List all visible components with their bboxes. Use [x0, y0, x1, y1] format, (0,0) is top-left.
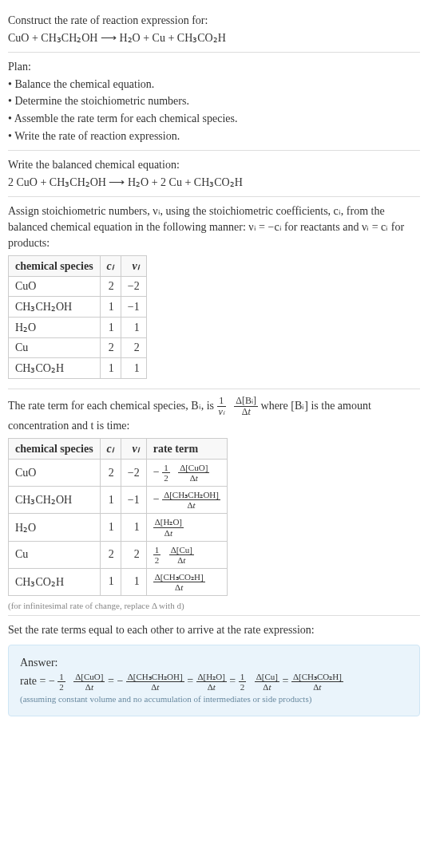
rt-col-v-label: νᵢ	[133, 443, 140, 455]
neg-sign: −	[117, 675, 123, 687]
frac-dCuO-dt: Δ[CuO] Δt	[73, 672, 105, 692]
rt-col-rate: rate term	[146, 439, 227, 460]
stoich-col-c-label: cᵢ	[107, 260, 114, 272]
answer-box: Answer: rate = − 1 2 Δ[CuO] Δt = − Δ[CH₃…	[8, 645, 420, 716]
cell-v: 1	[121, 358, 146, 379]
equals-sign: =	[229, 675, 238, 687]
frac-num: Δ[H₂O]	[153, 517, 184, 527]
frac-den: Δt	[196, 682, 227, 692]
cell-species: Cu	[9, 541, 101, 568]
cell-rate: Δ[CH₃CO₂H] Δt	[146, 568, 227, 595]
balanced-heading: Write the balanced chemical equation:	[8, 157, 420, 173]
rate-term-text: The rate term for each chemical species,…	[8, 396, 420, 433]
frac-dCu-dt: Δ[Cu] Δt	[255, 672, 279, 692]
cell-species: CH₃CH₂OH	[9, 297, 101, 318]
frac-num: 1	[153, 545, 161, 555]
section-intro: Construct the rate of reaction expressio…	[8, 6, 420, 53]
frac-num: Δ[Cu]	[255, 672, 279, 682]
cell-v: −2	[121, 277, 146, 297]
frac-num: 1	[217, 396, 226, 407]
cell-rate: Δ[H₂O] Δt	[146, 514, 227, 541]
cell-c: 1	[100, 487, 121, 514]
frac-num: Δ[CH₃CH₂OH]	[126, 672, 184, 682]
rt-col-c: cᵢ	[100, 439, 121, 460]
table-row: CuO 2 −2 − 1 2 Δ[CuO] Δt	[9, 460, 228, 487]
frac-num: Δ[CuO]	[73, 672, 105, 682]
frac-den: Δt	[255, 682, 279, 692]
cell-c: 2	[100, 277, 121, 297]
frac-half: 1 2	[153, 545, 161, 565]
frac-num: 1	[57, 672, 65, 682]
frac-dEtOH-dt: Δ[CH₃CH₂OH] Δt	[126, 672, 184, 692]
rate-term-table: chemical species cᵢ νᵢ rate term CuO 2 −…	[8, 438, 228, 596]
intro-equation: CuO + CH₃CH₂OH ⟶ H₂O + Cu + CH₃CO₂H	[8, 30, 420, 46]
final-heading: Set the rate terms equal to each other t…	[8, 622, 420, 638]
cell-species: CH₃CO₂H	[9, 568, 101, 595]
rt-col-c-label: cᵢ	[107, 443, 114, 455]
cell-c: 1	[100, 297, 121, 318]
table-row: CH₃CH₂OH 1 −1	[9, 297, 147, 318]
page: Construct the rate of reaction expressio…	[0, 0, 428, 728]
cell-v: −1	[121, 297, 146, 318]
frac-dEtOH-dt: Δ[CH₃CH₂OH] Δt	[162, 490, 220, 510]
cell-rate: − 1 2 Δ[CuO] Δt	[146, 460, 227, 487]
cell-v: 2	[121, 541, 146, 568]
section-rate-term: The rate term for each chemical species,…	[8, 389, 420, 616]
plan-bullet-4: • Write the rate of reaction expression.	[8, 128, 420, 144]
rt-col-v: νᵢ	[121, 439, 146, 460]
plan-bullet-2: • Determine the stoichiometric numbers.	[8, 93, 420, 109]
table-row: H₂O 1 1	[9, 318, 147, 338]
rate-term-footnote: (for infinitesimal rate of change, repla…	[8, 601, 420, 610]
frac-den: νᵢ	[217, 407, 226, 417]
rt-col-species: chemical species	[9, 439, 101, 460]
cell-species: CH₃CO₂H	[9, 358, 101, 379]
cell-species: Cu	[9, 338, 101, 358]
rate-word: rate =	[20, 675, 49, 687]
plan-bullet-3: • Assemble the rate term for each chemic…	[8, 111, 420, 127]
stoich-table: chemical species cᵢ νᵢ CuO 2 −2 CH₃CH₂OH…	[8, 255, 147, 379]
cell-v: −2	[121, 460, 146, 487]
frac-dCuO-dt: Δ[CuO] Δt	[178, 463, 209, 483]
cell-rate: − Δ[CH₃CH₂OH] Δt	[146, 487, 227, 514]
table-row: H₂O 1 1 Δ[H₂O] Δt	[9, 514, 228, 541]
balanced-equation: 2 CuO + CH₃CH₂OH ⟶ H₂O + 2 Cu + CH₃CO₂H	[8, 175, 420, 191]
cell-rate: 1 2 Δ[Cu] Δt	[146, 541, 227, 568]
neg-sign: −	[153, 493, 160, 505]
frac-num: Δ[CH₃CO₂H]	[291, 672, 343, 682]
frac-num: Δ[CH₃CO₂H]	[153, 572, 205, 582]
cell-c: 2	[100, 541, 121, 568]
cell-species: CuO	[9, 277, 101, 297]
frac-num: Δ[Bᵢ]	[234, 396, 258, 407]
answer-expression: rate = − 1 2 Δ[CuO] Δt = − Δ[CH₃CH₂OH] Δ…	[20, 672, 408, 692]
frac-dAcOH-dt: Δ[CH₃CO₂H] Δt	[291, 672, 343, 692]
table-row: CuO 2 −2	[9, 277, 147, 297]
frac-one-over-vi: 1 νᵢ	[217, 396, 226, 417]
cell-v: −1	[121, 487, 146, 514]
equals-sign: =	[187, 675, 196, 687]
frac-num: Δ[CuO]	[178, 463, 209, 473]
frac-den: 2	[57, 682, 65, 692]
frac-den: Δt	[234, 407, 258, 417]
intro-prompt: Construct the rate of reaction expressio…	[8, 13, 420, 29]
section-plan: Plan: • Balance the chemical equation. •…	[8, 53, 420, 151]
cell-species: CuO	[9, 460, 101, 487]
table-row: Cu 2 2	[9, 338, 147, 358]
answer-label: Answer:	[20, 655, 408, 671]
neg-sign: −	[49, 675, 55, 687]
cell-c: 2	[100, 460, 121, 487]
plan-bullet-1: • Balance the chemical equation.	[8, 77, 420, 93]
cell-v: 1	[121, 514, 146, 541]
stoich-col-v-label: νᵢ	[133, 260, 140, 272]
stoich-col-c: cᵢ	[100, 256, 121, 277]
answer-assumption: (assuming constant volume and no accumul…	[20, 693, 408, 705]
frac-den: Δt	[162, 500, 220, 510]
table-row: CH₃CO₂H 1 1 Δ[CH₃CO₂H] Δt	[9, 568, 228, 595]
equals-sign: =	[108, 675, 117, 687]
frac-den: 2	[162, 473, 170, 483]
equals-sign: =	[283, 675, 291, 687]
table-row: CH₃CO₂H 1 1	[9, 358, 147, 379]
frac-den: Δt	[153, 528, 184, 538]
cell-v: 2	[121, 338, 146, 358]
cell-species: H₂O	[9, 318, 101, 338]
frac-den: Δt	[178, 473, 209, 483]
